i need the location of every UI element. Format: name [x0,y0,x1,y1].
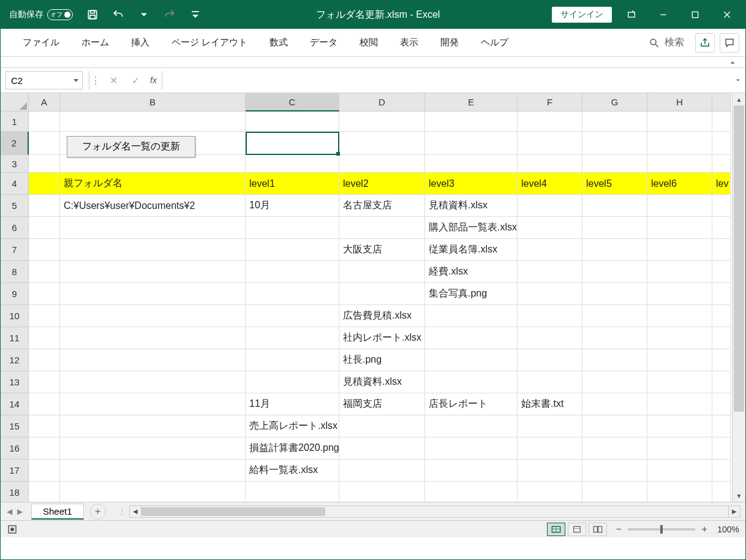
zoom-out-button[interactable]: − [613,524,624,535]
row-header-8[interactable]: 8 [1,261,29,283]
scroll-right-button[interactable]: ▶ [728,505,740,518]
row-header-12[interactable]: 12 [1,349,29,371]
row-header-5[interactable]: 5 [1,195,29,217]
tab-developer[interactable]: 開発 [429,31,470,55]
quick-access-toolbar [84,6,204,23]
row-header-2[interactable]: 2 [1,132,29,155]
autosave-toggle[interactable]: 自動保存 オフ [9,9,73,20]
zoom-percent[interactable]: 100% [717,524,739,534]
formula-bar: C2 ⋮ ✕ ✓ fx [1,68,745,93]
new-sheet-button[interactable]: + [90,504,106,520]
tab-file[interactable]: ファイル [12,31,70,55]
row-header-9[interactable]: 9 [1,283,29,305]
zoom-controls: − + 100% [613,524,739,535]
row-header-13[interactable]: 13 [1,371,29,393]
formula-input[interactable] [162,71,731,89]
view-pagebreak-button[interactable] [589,523,607,536]
tab-nav-next[interactable]: ▶ [17,507,23,516]
col-header-F[interactable]: F [518,93,582,112]
row-header-6[interactable]: 6 [1,217,29,239]
svg-point-9 [650,39,656,45]
row-header-11[interactable]: 11 [1,327,29,349]
col-header-C[interactable]: C [246,93,339,112]
tab-insert[interactable]: 挿入 [120,31,160,55]
share-button[interactable] [695,33,715,53]
svg-rect-18 [594,526,598,532]
tab-data[interactable]: データ [299,31,349,55]
row-header-1[interactable]: 1 [1,112,29,132]
horizontal-scrollbar[interactable]: ⋮ ◀ ▶ [118,505,740,518]
zoom-in-button[interactable]: + [699,524,710,535]
view-pagelayout-button[interactable] [568,523,586,536]
search-icon [649,37,660,48]
tab-formulas[interactable]: 数式 [258,31,299,55]
column-headers: A B C D E F G H [29,93,731,112]
sheet-tabs-bar: ◀ ▶ Sheet1 + ⋮ ◀ ▶ [1,502,745,520]
tab-review[interactable]: 校閲 [349,31,389,55]
row-header-15[interactable]: 15 [1,415,29,437]
tab-pagelayout[interactable]: ページ レイアウト [160,31,258,55]
maximize-button[interactable] [682,6,709,24]
row-headers: 1 2 3 4 5 6 7 8 9 10 11 12 13 14 15 16 1… [1,112,29,502]
comments-button[interactable] [720,33,739,53]
cancel-formula-button: ✕ [106,75,121,86]
close-button[interactable] [714,6,740,24]
col-header-E[interactable]: E [425,93,518,112]
col-header-A[interactable]: A [29,93,60,112]
minimize-button[interactable] [650,6,677,24]
window-title: フォルダ名更新.xlsm - Excel [204,9,552,21]
select-all-cells[interactable] [1,93,29,112]
redo-button[interactable] [161,6,178,23]
vertical-scrollbar[interactable]: ▲ ▼ [732,93,745,502]
col-header-D[interactable]: D [339,93,425,112]
grid[interactable]: 親フォルダ名level1level2level3level4level5leve… [29,112,731,502]
sheet-tab-sheet1[interactable]: Sheet1 [31,504,84,520]
svg-rect-16 [574,526,581,532]
tab-scroll-grip[interactable]: ⋮ [118,507,126,516]
scroll-left-button[interactable]: ◀ [129,505,141,518]
fx-button[interactable]: fx [150,75,157,85]
scroll-down-button[interactable]: ▼ [733,490,745,502]
window-controls [618,6,740,24]
tab-view[interactable]: 表示 [389,31,429,55]
undo-button[interactable] [110,6,127,23]
svg-rect-19 [598,526,602,532]
hscroll-thumb[interactable] [141,507,325,516]
ribbon-display-options[interactable] [618,6,645,24]
save-button[interactable] [84,6,101,23]
name-box[interactable]: C2 [6,71,83,89]
scroll-up-button[interactable]: ▲ [733,93,745,105]
sheet-area: A B C D E F G H 1 2 3 4 5 6 7 8 9 [1,93,745,502]
qat-customize[interactable] [187,6,204,23]
status-bar: − + 100% [1,520,745,537]
view-normal-button[interactable] [547,523,565,536]
expand-formula-bar[interactable] [731,77,745,84]
update-folder-names-button[interactable]: フォルダ名一覧の更新 [67,136,195,157]
vscroll-thumb[interactable] [734,105,744,412]
tab-home[interactable]: ホーム [70,31,120,55]
autosave-switch[interactable]: オフ [47,9,73,20]
signin-button[interactable]: サインイン [552,7,612,23]
macro-record-icon[interactable] [7,524,18,535]
search-box[interactable]: 検索 [642,34,690,51]
zoom-slider[interactable] [628,528,695,531]
collapse-ribbon-icon[interactable] [728,58,737,67]
svg-rect-3 [192,11,199,12]
tab-nav-prev[interactable]: ◀ [7,507,12,516]
row-header-3[interactable]: 3 [1,155,29,173]
row-header-16[interactable]: 16 [1,437,29,460]
undo-dropdown[interactable] [135,6,153,23]
row-header-4[interactable]: 4 [1,173,29,195]
row-header-7[interactable]: 7 [1,239,29,261]
row-header-14[interactable]: 14 [1,393,29,415]
tab-help[interactable]: ヘルプ [470,31,519,55]
col-header-I[interactable] [712,93,731,112]
row-header-10[interactable]: 10 [1,305,29,327]
row-header-18[interactable]: 18 [1,482,29,502]
svg-rect-6 [692,12,698,17]
col-header-G[interactable]: G [582,93,647,112]
col-header-H[interactable]: H [647,93,712,112]
col-header-B[interactable]: B [60,93,246,112]
row-header-17[interactable]: 17 [1,460,29,482]
view-controls [547,523,607,536]
